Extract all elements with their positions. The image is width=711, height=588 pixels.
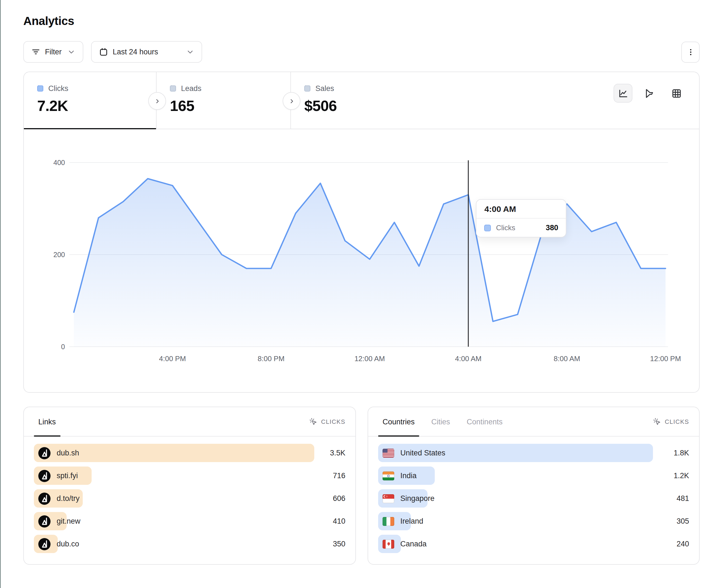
cursor-click-icon (653, 418, 661, 426)
link-label: dub.sh (57, 449, 79, 457)
country-label: Canada (400, 540, 427, 548)
link-label: git.new (57, 517, 81, 525)
area-chart-svg: 02004004:00 PM8:00 PM12:00 AM4:00 AM8:00… (37, 152, 687, 384)
link-row[interactable]: git.new 410 (34, 512, 345, 530)
chevron-down-icon (186, 48, 194, 56)
link-row[interactable]: dub.co 350 (34, 535, 345, 553)
svg-text:4:00 PM: 4:00 PM (159, 355, 186, 363)
chart-view-toggles (613, 84, 686, 103)
link-label: dub.co (57, 540, 79, 548)
link-clicks-value: 606 (333, 494, 345, 502)
countries-list: United States 1.8K India 1.2K Singapore … (368, 436, 699, 553)
svg-text:12:00 PM: 12:00 PM (650, 355, 681, 363)
tab-leads[interactable]: Leads 165 (156, 72, 291, 129)
filter-button-label: Filter (45, 48, 62, 56)
tab-continents[interactable]: Continents (466, 407, 503, 436)
chart-tooltip: 4:00 AM Clicks 380 (476, 199, 567, 238)
country-clicks-value: 240 (676, 540, 689, 548)
link-row[interactable]: spti.fyi 716 (34, 467, 345, 485)
country-clicks-value: 481 (676, 494, 689, 502)
link-row[interactable]: dub.sh 3.5K (34, 444, 345, 462)
link-clicks-value: 350 (333, 540, 345, 548)
filter-button[interactable]: Filter (23, 41, 83, 63)
tab-cities[interactable]: Cities (430, 407, 451, 436)
link-row[interactable]: d.to/try 606 (34, 489, 345, 507)
metric-label: Clicks (48, 84, 68, 93)
tab-countries[interactable]: Countries (382, 407, 416, 436)
svg-text:0: 0 (61, 343, 65, 350)
link-clicks-value: 716 (333, 472, 345, 480)
chevron-down-icon (67, 48, 76, 56)
analytics-chart-card: Clicks 7.2K Leads 165 Sales $506 (23, 72, 699, 393)
analytics-page: Analytics Filter Last 24 hours (0, 0, 711, 588)
dub-logo-icon (38, 447, 50, 459)
svg-text:12:00 AM: 12:00 AM (354, 355, 385, 363)
link-label: spti.fyi (57, 472, 78, 480)
clicks-swatch-icon (37, 86, 43, 92)
country-clicks-value: 1.2K (673, 472, 689, 480)
dub-logo-icon (38, 470, 50, 482)
tooltip-time: 4:00 AM (477, 200, 566, 219)
metric-header-label: CLICKS (665, 418, 689, 425)
table-view-button[interactable] (667, 84, 686, 103)
country-label: Singapore (400, 494, 434, 502)
links-panel: Links CLICKS dub.sh 3.5K spti. (23, 407, 356, 565)
country-row[interactable]: Ireland 305 (378, 512, 689, 530)
metric-header-label: CLICKS (321, 418, 345, 425)
link-label: d.to/try (57, 494, 80, 502)
metric-tabs: Clicks 7.2K Leads 165 Sales $506 (24, 72, 699, 129)
country-row[interactable]: India 1.2K (378, 467, 689, 485)
funnel-view-button[interactable] (640, 84, 659, 103)
metric-label: Sales (316, 84, 334, 93)
calendar-icon (99, 47, 108, 56)
clicks-swatch-icon (484, 224, 491, 231)
country-row[interactable]: Canada 240 (378, 535, 689, 553)
leads-swatch-icon (170, 86, 176, 92)
window-edge (0, 0, 1, 588)
svg-text:8:00 PM: 8:00 PM (258, 355, 284, 363)
ca-flag-icon (383, 540, 394, 548)
tooltip-value: 380 (546, 224, 558, 232)
in-flag-icon (383, 471, 394, 480)
kebab-icon (686, 47, 695, 56)
sg-flag-icon (383, 494, 394, 503)
sales-value: $506 (304, 98, 457, 115)
leads-value: 165 (170, 98, 290, 115)
metric-label: Leads (181, 84, 201, 93)
date-range-button[interactable]: Last 24 hours (91, 41, 202, 63)
more-options-button[interactable] (681, 41, 699, 62)
svg-text:8:00 AM: 8:00 AM (554, 355, 580, 363)
svg-text:200: 200 (53, 251, 65, 258)
filter-icon (31, 47, 41, 56)
link-clicks-value: 410 (333, 517, 345, 525)
link-clicks-value: 3.5K (330, 449, 345, 457)
expand-leads-button[interactable] (283, 92, 300, 110)
sales-swatch-icon (304, 86, 310, 92)
tab-sales[interactable]: Sales $506 (291, 72, 457, 129)
svg-text:4:00 AM: 4:00 AM (455, 355, 481, 363)
dub-logo-icon (38, 538, 50, 550)
country-clicks-value: 305 (676, 517, 689, 525)
country-label: Ireland (400, 517, 423, 525)
us-flag-icon (383, 449, 394, 457)
cursor-click-icon (309, 418, 317, 426)
geo-panel: CountriesCitiesContinents CLICKS United … (368, 407, 699, 565)
country-row[interactable]: Singapore 481 (378, 489, 689, 507)
toolbar: Filter Last 24 hours (23, 41, 699, 63)
tooltip-series-label: Clicks (496, 224, 515, 232)
tab-links[interactable]: Links (37, 407, 57, 436)
line-chart-view-button[interactable] (613, 84, 632, 103)
clicks-chart[interactable]: 02004004:00 PM8:00 PM12:00 AM4:00 AM8:00… (24, 129, 699, 392)
ie-flag-icon (383, 517, 394, 526)
dub-logo-icon (38, 492, 50, 504)
country-clicks-value: 1.8K (673, 449, 689, 457)
line-chart-icon (618, 88, 628, 98)
expand-clicks-button[interactable] (148, 92, 166, 110)
country-label: India (400, 472, 417, 480)
country-row[interactable]: United States 1.8K (378, 444, 689, 462)
funnel-icon (644, 88, 655, 98)
clicks-value: 7.2K (37, 98, 156, 115)
page-title: Analytics (23, 15, 699, 28)
tab-clicks[interactable]: Clicks 7.2K (24, 72, 156, 129)
dub-logo-icon (38, 515, 50, 527)
